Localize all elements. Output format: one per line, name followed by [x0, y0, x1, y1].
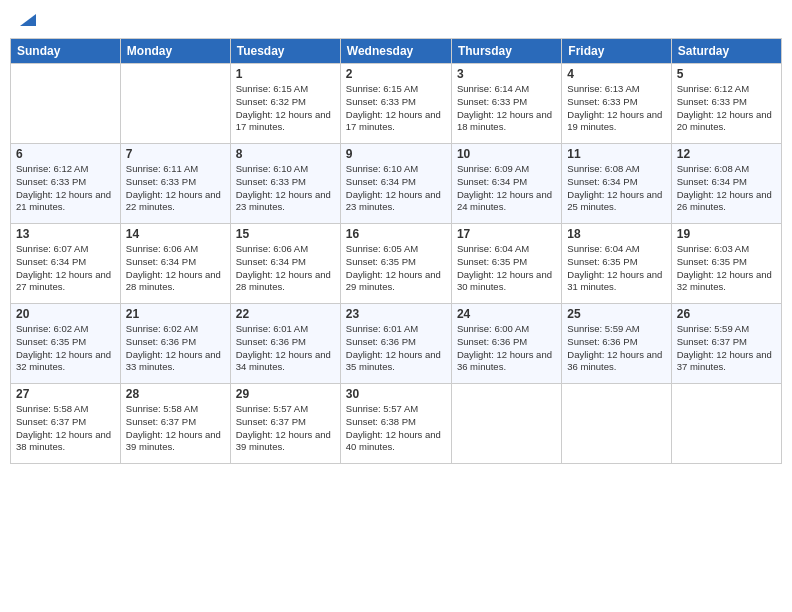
- calendar-cell: 27Sunrise: 5:58 AM Sunset: 6:37 PM Dayli…: [11, 384, 121, 464]
- day-number: 10: [457, 147, 556, 161]
- day-info: Sunrise: 6:04 AM Sunset: 6:35 PM Dayligh…: [457, 243, 556, 294]
- day-number: 1: [236, 67, 335, 81]
- day-number: 5: [677, 67, 776, 81]
- day-number: 21: [126, 307, 225, 321]
- day-number: 8: [236, 147, 335, 161]
- column-header-sunday: Sunday: [11, 39, 121, 64]
- day-number: 14: [126, 227, 225, 241]
- day-info: Sunrise: 6:14 AM Sunset: 6:33 PM Dayligh…: [457, 83, 556, 134]
- day-info: Sunrise: 6:10 AM Sunset: 6:34 PM Dayligh…: [346, 163, 446, 214]
- calendar-cell: 8Sunrise: 6:10 AM Sunset: 6:33 PM Daylig…: [230, 144, 340, 224]
- calendar-cell: 18Sunrise: 6:04 AM Sunset: 6:35 PM Dayli…: [562, 224, 671, 304]
- day-number: 30: [346, 387, 446, 401]
- day-info: Sunrise: 6:04 AM Sunset: 6:35 PM Dayligh…: [567, 243, 665, 294]
- day-info: Sunrise: 6:08 AM Sunset: 6:34 PM Dayligh…: [567, 163, 665, 214]
- day-number: 9: [346, 147, 446, 161]
- day-number: 16: [346, 227, 446, 241]
- day-number: 11: [567, 147, 665, 161]
- calendar-cell: 19Sunrise: 6:03 AM Sunset: 6:35 PM Dayli…: [671, 224, 781, 304]
- day-number: 29: [236, 387, 335, 401]
- calendar-cell: [562, 384, 671, 464]
- calendar-cell: 21Sunrise: 6:02 AM Sunset: 6:36 PM Dayli…: [120, 304, 230, 384]
- logo: [18, 14, 36, 26]
- day-number: 6: [16, 147, 115, 161]
- calendar-cell: [120, 64, 230, 144]
- day-number: 2: [346, 67, 446, 81]
- calendar-cell: 6Sunrise: 6:12 AM Sunset: 6:33 PM Daylig…: [11, 144, 121, 224]
- calendar-cell: 2Sunrise: 6:15 AM Sunset: 6:33 PM Daylig…: [340, 64, 451, 144]
- day-number: 22: [236, 307, 335, 321]
- day-info: Sunrise: 6:09 AM Sunset: 6:34 PM Dayligh…: [457, 163, 556, 214]
- calendar-cell: 14Sunrise: 6:06 AM Sunset: 6:34 PM Dayli…: [120, 224, 230, 304]
- calendar-week-2: 6Sunrise: 6:12 AM Sunset: 6:33 PM Daylig…: [11, 144, 782, 224]
- day-info: Sunrise: 6:06 AM Sunset: 6:34 PM Dayligh…: [126, 243, 225, 294]
- calendar-cell: 20Sunrise: 6:02 AM Sunset: 6:35 PM Dayli…: [11, 304, 121, 384]
- calendar-week-4: 20Sunrise: 6:02 AM Sunset: 6:35 PM Dayli…: [11, 304, 782, 384]
- calendar: SundayMondayTuesdayWednesdayThursdayFrid…: [10, 38, 782, 464]
- calendar-cell: 23Sunrise: 6:01 AM Sunset: 6:36 PM Dayli…: [340, 304, 451, 384]
- day-info: Sunrise: 6:01 AM Sunset: 6:36 PM Dayligh…: [346, 323, 446, 374]
- day-info: Sunrise: 5:57 AM Sunset: 6:37 PM Dayligh…: [236, 403, 335, 454]
- day-info: Sunrise: 5:58 AM Sunset: 6:37 PM Dayligh…: [126, 403, 225, 454]
- calendar-cell: 10Sunrise: 6:09 AM Sunset: 6:34 PM Dayli…: [451, 144, 561, 224]
- calendar-cell: 7Sunrise: 6:11 AM Sunset: 6:33 PM Daylig…: [120, 144, 230, 224]
- day-number: 25: [567, 307, 665, 321]
- calendar-cell: 4Sunrise: 6:13 AM Sunset: 6:33 PM Daylig…: [562, 64, 671, 144]
- calendar-cell: 30Sunrise: 5:57 AM Sunset: 6:38 PM Dayli…: [340, 384, 451, 464]
- calendar-cell: 22Sunrise: 6:01 AM Sunset: 6:36 PM Dayli…: [230, 304, 340, 384]
- day-info: Sunrise: 5:58 AM Sunset: 6:37 PM Dayligh…: [16, 403, 115, 454]
- day-info: Sunrise: 6:05 AM Sunset: 6:35 PM Dayligh…: [346, 243, 446, 294]
- day-number: 3: [457, 67, 556, 81]
- calendar-week-5: 27Sunrise: 5:58 AM Sunset: 6:37 PM Dayli…: [11, 384, 782, 464]
- day-info: Sunrise: 6:06 AM Sunset: 6:34 PM Dayligh…: [236, 243, 335, 294]
- calendar-cell: 25Sunrise: 5:59 AM Sunset: 6:36 PM Dayli…: [562, 304, 671, 384]
- day-number: 20: [16, 307, 115, 321]
- day-info: Sunrise: 6:10 AM Sunset: 6:33 PM Dayligh…: [236, 163, 335, 214]
- calendar-cell: 15Sunrise: 6:06 AM Sunset: 6:34 PM Dayli…: [230, 224, 340, 304]
- logo-icon: [20, 10, 36, 26]
- calendar-cell: [451, 384, 561, 464]
- day-number: 17: [457, 227, 556, 241]
- calendar-cell: 3Sunrise: 6:14 AM Sunset: 6:33 PM Daylig…: [451, 64, 561, 144]
- day-info: Sunrise: 6:13 AM Sunset: 6:33 PM Dayligh…: [567, 83, 665, 134]
- calendar-week-3: 13Sunrise: 6:07 AM Sunset: 6:34 PM Dayli…: [11, 224, 782, 304]
- day-info: Sunrise: 6:15 AM Sunset: 6:32 PM Dayligh…: [236, 83, 335, 134]
- day-info: Sunrise: 6:12 AM Sunset: 6:33 PM Dayligh…: [16, 163, 115, 214]
- day-info: Sunrise: 6:15 AM Sunset: 6:33 PM Dayligh…: [346, 83, 446, 134]
- day-number: 18: [567, 227, 665, 241]
- day-number: 26: [677, 307, 776, 321]
- calendar-cell: 17Sunrise: 6:04 AM Sunset: 6:35 PM Dayli…: [451, 224, 561, 304]
- calendar-week-1: 1Sunrise: 6:15 AM Sunset: 6:32 PM Daylig…: [11, 64, 782, 144]
- calendar-header-row: SundayMondayTuesdayWednesdayThursdayFrid…: [11, 39, 782, 64]
- calendar-cell: 28Sunrise: 5:58 AM Sunset: 6:37 PM Dayli…: [120, 384, 230, 464]
- day-info: Sunrise: 6:00 AM Sunset: 6:36 PM Dayligh…: [457, 323, 556, 374]
- day-info: Sunrise: 6:03 AM Sunset: 6:35 PM Dayligh…: [677, 243, 776, 294]
- calendar-cell: 24Sunrise: 6:00 AM Sunset: 6:36 PM Dayli…: [451, 304, 561, 384]
- day-number: 12: [677, 147, 776, 161]
- day-number: 24: [457, 307, 556, 321]
- column-header-friday: Friday: [562, 39, 671, 64]
- calendar-cell: 9Sunrise: 6:10 AM Sunset: 6:34 PM Daylig…: [340, 144, 451, 224]
- calendar-cell: 1Sunrise: 6:15 AM Sunset: 6:32 PM Daylig…: [230, 64, 340, 144]
- day-info: Sunrise: 6:01 AM Sunset: 6:36 PM Dayligh…: [236, 323, 335, 374]
- calendar-cell: 29Sunrise: 5:57 AM Sunset: 6:37 PM Dayli…: [230, 384, 340, 464]
- day-number: 4: [567, 67, 665, 81]
- day-info: Sunrise: 6:08 AM Sunset: 6:34 PM Dayligh…: [677, 163, 776, 214]
- day-number: 13: [16, 227, 115, 241]
- calendar-cell: [671, 384, 781, 464]
- calendar-cell: 12Sunrise: 6:08 AM Sunset: 6:34 PM Dayli…: [671, 144, 781, 224]
- calendar-cell: 16Sunrise: 6:05 AM Sunset: 6:35 PM Dayli…: [340, 224, 451, 304]
- column-header-wednesday: Wednesday: [340, 39, 451, 64]
- svg-marker-0: [20, 14, 36, 26]
- header: [10, 10, 782, 30]
- calendar-cell: 13Sunrise: 6:07 AM Sunset: 6:34 PM Dayli…: [11, 224, 121, 304]
- day-number: 7: [126, 147, 225, 161]
- day-info: Sunrise: 6:07 AM Sunset: 6:34 PM Dayligh…: [16, 243, 115, 294]
- calendar-cell: 5Sunrise: 6:12 AM Sunset: 6:33 PM Daylig…: [671, 64, 781, 144]
- day-number: 15: [236, 227, 335, 241]
- day-info: Sunrise: 6:02 AM Sunset: 6:36 PM Dayligh…: [126, 323, 225, 374]
- day-number: 23: [346, 307, 446, 321]
- column-header-tuesday: Tuesday: [230, 39, 340, 64]
- calendar-cell: 11Sunrise: 6:08 AM Sunset: 6:34 PM Dayli…: [562, 144, 671, 224]
- calendar-cell: 26Sunrise: 5:59 AM Sunset: 6:37 PM Dayli…: [671, 304, 781, 384]
